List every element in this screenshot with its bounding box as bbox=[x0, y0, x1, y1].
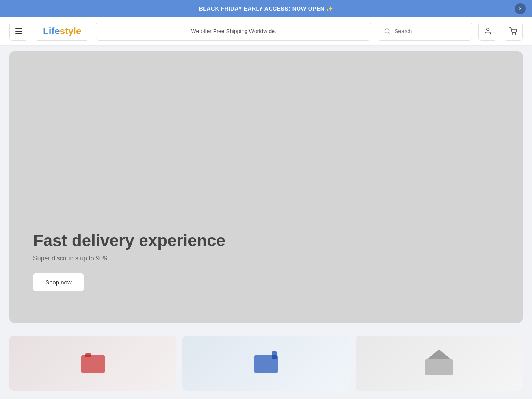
product-image-1 bbox=[9, 336, 176, 391]
product-thumbnail-1 bbox=[77, 347, 109, 379]
close-icon: × bbox=[519, 6, 522, 12]
hero-subtitle: Super discounts up to 90% bbox=[33, 255, 225, 262]
banner-emoji: ✨ bbox=[326, 6, 333, 12]
banner-close-button[interactable]: × bbox=[515, 3, 526, 14]
product-thumbnail-2 bbox=[250, 347, 282, 379]
svg-point-2 bbox=[487, 28, 489, 31]
shipping-banner: We offer Free Shipping Worldwide. bbox=[96, 22, 371, 41]
svg-rect-6 bbox=[85, 353, 91, 357]
product-card-1[interactable] bbox=[9, 336, 176, 391]
menu-button[interactable] bbox=[9, 22, 28, 41]
hero-title: Fast delivery experience bbox=[33, 231, 225, 250]
top-banner: BLACK FRIDAY EARLY ACCESS: NOW OPEN ✨ × bbox=[0, 0, 532, 17]
header: Lifestyle We offer Free Shipping Worldwi… bbox=[0, 17, 532, 45]
hero-content: Fast delivery experience Super discounts… bbox=[33, 231, 225, 291]
logo-part1: Life bbox=[43, 26, 60, 36]
search-bar[interactable] bbox=[378, 22, 472, 41]
svg-point-3 bbox=[512, 34, 513, 35]
svg-rect-8 bbox=[272, 351, 277, 359]
hamburger-icon bbox=[15, 28, 22, 34]
shop-now-button[interactable]: Shop now bbox=[33, 273, 84, 291]
svg-point-4 bbox=[515, 34, 516, 35]
user-icon bbox=[484, 27, 492, 35]
product-card-3[interactable] bbox=[356, 336, 523, 391]
logo-part2: style bbox=[60, 26, 82, 36]
logo[interactable]: Lifestyle bbox=[35, 22, 89, 41]
user-account-button[interactable] bbox=[478, 22, 497, 41]
product-card-2[interactable] bbox=[182, 336, 349, 391]
svg-rect-5 bbox=[81, 355, 105, 373]
cart-icon bbox=[509, 27, 517, 35]
banner-text-content: BLACK FRIDAY EARLY ACCESS: NOW OPEN bbox=[199, 6, 325, 12]
product-thumbnail-3 bbox=[423, 347, 455, 379]
product-image-3 bbox=[356, 336, 523, 391]
svg-rect-9 bbox=[425, 359, 453, 375]
product-image-2 bbox=[182, 336, 349, 391]
svg-marker-10 bbox=[427, 349, 451, 359]
banner-text: BLACK FRIDAY EARLY ACCESS: NOW OPEN ✨ bbox=[199, 6, 333, 12]
products-row bbox=[0, 329, 532, 397]
cart-button[interactable] bbox=[504, 22, 523, 41]
search-input[interactable] bbox=[394, 28, 465, 34]
search-icon bbox=[384, 28, 391, 34]
shipping-text: We offer Free Shipping Worldwide. bbox=[191, 28, 276, 34]
svg-line-1 bbox=[389, 32, 390, 33]
hero-section: Fast delivery experience Super discounts… bbox=[9, 51, 523, 323]
